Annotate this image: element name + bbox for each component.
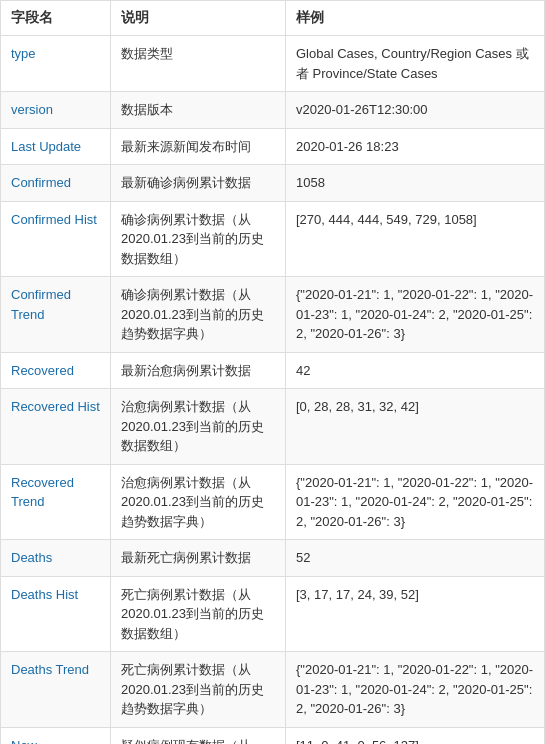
field-example: v2020-01-26T12:30:00 bbox=[286, 92, 545, 129]
field-example: Global Cases, Country/Region Cases 或者 Pr… bbox=[286, 36, 545, 92]
table-row: Deaths最新死亡病例累计数据52 bbox=[1, 540, 545, 577]
table-row: Last Update最新来源新闻发布时间2020-01-26 18:23 bbox=[1, 128, 545, 165]
field-desc: 死亡病例累计数据（从2020.01.23到当前的历史数据数组） bbox=[111, 576, 286, 652]
field-example: {"2020-01-21": 1, "2020-01-22": 1, "2020… bbox=[286, 277, 545, 353]
field-desc: 疑似病例现有数据（从2020.01.23到当前的历史数据数组） bbox=[111, 727, 286, 744]
field-example: 2020-01-26 18:23 bbox=[286, 128, 545, 165]
header-desc: 说明 bbox=[111, 1, 286, 36]
table-row: Confirmed Hist确诊病例累计数据（从2020.01.23到当前的历史… bbox=[1, 201, 545, 277]
field-name: Deaths Trend bbox=[1, 652, 111, 728]
field-desc: 治愈病例累计数据（从2020.01.23到当前的历史趋势数据字典） bbox=[111, 464, 286, 540]
field-example: 42 bbox=[286, 352, 545, 389]
table-row: version数据版本v2020-01-26T12:30:00 bbox=[1, 92, 545, 129]
field-desc: 确诊病例累计数据（从2020.01.23到当前的历史趋势数据字典） bbox=[111, 277, 286, 353]
field-name: Confirmed bbox=[1, 165, 111, 202]
table-row: Confirmed最新确诊病例累计数据1058 bbox=[1, 165, 545, 202]
table-row: Recovered Trend治愈病例累计数据（从2020.01.23到当前的历… bbox=[1, 464, 545, 540]
field-name: Recovered bbox=[1, 352, 111, 389]
field-desc: 最新治愈病例累计数据 bbox=[111, 352, 286, 389]
field-name: Confirmed Hist bbox=[1, 201, 111, 277]
field-name: Deaths bbox=[1, 540, 111, 577]
field-desc: 数据类型 bbox=[111, 36, 286, 92]
field-name: Recovered Hist bbox=[1, 389, 111, 465]
table-row: Deaths Hist死亡病例累计数据（从2020.01.23到当前的历史数据数… bbox=[1, 576, 545, 652]
field-desc: 最新死亡病例累计数据 bbox=[111, 540, 286, 577]
field-desc: 确诊病例累计数据（从2020.01.23到当前的历史数据数组） bbox=[111, 201, 286, 277]
header-field: 字段名 bbox=[1, 1, 111, 36]
header-example: 样例 bbox=[286, 1, 545, 36]
field-desc: 最新确诊病例累计数据 bbox=[111, 165, 286, 202]
field-desc: 治愈病例累计数据（从2020.01.23到当前的历史数据数组） bbox=[111, 389, 286, 465]
table-row: New Confirmed Hist疑似病例现有数据（从2020.01.23到当… bbox=[1, 727, 545, 744]
field-name: Deaths Hist bbox=[1, 576, 111, 652]
field-example: [270, 444, 444, 549, 729, 1058] bbox=[286, 201, 545, 277]
field-example: [0, 28, 28, 31, 32, 42] bbox=[286, 389, 545, 465]
table-row: Deaths Trend死亡病例累计数据（从2020.01.23到当前的历史趋势… bbox=[1, 652, 545, 728]
field-example: {"2020-01-21": 1, "2020-01-22": 1, "2020… bbox=[286, 464, 545, 540]
field-example: [11, 0, 41, 0, 56, 127] bbox=[286, 727, 545, 744]
field-example: {"2020-01-21": 1, "2020-01-22": 1, "2020… bbox=[286, 652, 545, 728]
table-row: Recovered最新治愈病例累计数据42 bbox=[1, 352, 545, 389]
field-name: Last Update bbox=[1, 128, 111, 165]
field-name: New Confirmed Hist bbox=[1, 727, 111, 744]
field-name: version bbox=[1, 92, 111, 129]
field-desc: 数据版本 bbox=[111, 92, 286, 129]
field-name: Confirmed Trend bbox=[1, 277, 111, 353]
field-name: Recovered Trend bbox=[1, 464, 111, 540]
field-example: [3, 17, 17, 24, 39, 52] bbox=[286, 576, 545, 652]
field-example: 52 bbox=[286, 540, 545, 577]
table-row: type数据类型Global Cases, Country/Region Cas… bbox=[1, 36, 545, 92]
table-row: Confirmed Trend确诊病例累计数据（从2020.01.23到当前的历… bbox=[1, 277, 545, 353]
table-row: Recovered Hist治愈病例累计数据（从2020.01.23到当前的历史… bbox=[1, 389, 545, 465]
field-desc: 死亡病例累计数据（从2020.01.23到当前的历史趋势数据字典） bbox=[111, 652, 286, 728]
data-table: 字段名 说明 样例 type数据类型Global Cases, Country/… bbox=[0, 0, 545, 744]
field-example: 1058 bbox=[286, 165, 545, 202]
field-name: type bbox=[1, 36, 111, 92]
field-desc: 最新来源新闻发布时间 bbox=[111, 128, 286, 165]
